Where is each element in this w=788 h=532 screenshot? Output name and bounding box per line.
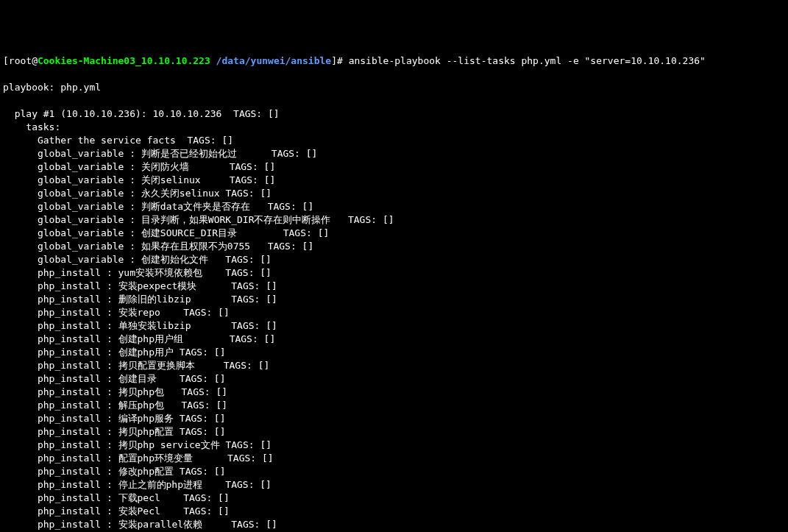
prompt-host: Cookies-Machine03_10.10.10.223 xyxy=(38,55,216,66)
tasks-header: tasks: xyxy=(3,121,60,132)
task-line: php_install : 拷贝php包 TAGS: [] xyxy=(3,386,227,397)
task-line: php_install : 创建目录 TAGS: [] xyxy=(3,373,225,384)
task-line: global_variable : 判断data文件夹是否存在 TAGS: [] xyxy=(3,201,313,212)
task-line: php_install : 创建php用户组 TAGS: [] xyxy=(3,333,275,344)
prompt-line: [root@Cookies-Machine03_10.10.10.223 /da… xyxy=(3,55,706,66)
task-line: php_install : 单独安装libzip TAGS: [] xyxy=(3,320,277,331)
task-line: php_install : 拷贝php service文件 TAGS: [] xyxy=(3,439,271,450)
prompt-bracket-close: ]# xyxy=(331,55,348,66)
prompt-user: root@ xyxy=(9,55,38,66)
task-line: global_variable : 目录判断，如果WORK_DIR不存在则中断操… xyxy=(3,214,394,225)
task-line: global_variable : 如果存在且权限不为0755 TAGS: [] xyxy=(3,241,313,252)
task-line: php_install : 修改php配置 TAGS: [] xyxy=(3,466,225,477)
task-line: php_install : 创建php用户 TAGS: [] xyxy=(3,347,225,358)
task-line: php_install : 安装repo TAGS: [] xyxy=(3,307,230,318)
tasks-list: Gather the service facts TAGS: [] global… xyxy=(3,134,785,532)
task-line: php_install : 编译php服务 TAGS: [] xyxy=(3,413,225,424)
blank-line xyxy=(3,68,785,81)
task-line: php_install : 下载pecl TAGS: [] xyxy=(3,492,230,503)
task-line: php_install : yum安装环境依赖包 TAGS: [] xyxy=(3,267,271,278)
play-header: play #1 (10.10.10.236): 10.10.10.236 TAG… xyxy=(3,108,280,119)
task-line: php_install : 解压php包 TAGS: [] xyxy=(3,400,227,411)
task-line: php_install : 配置php环境变量 TAGS: [] xyxy=(3,453,274,464)
task-line: global_variable : 永久关闭selinux TAGS: [] xyxy=(3,188,271,199)
task-line: php_install : 拷贝php配置 TAGS: [] xyxy=(3,426,225,437)
blank-line xyxy=(3,94,785,107)
playbook-header: playbook: php.yml xyxy=(3,82,101,93)
terminal-output[interactable]: [root@Cookies-Machine03_10.10.10.223 /da… xyxy=(0,53,788,532)
task-line: Gather the service facts TAGS: [] xyxy=(3,135,233,146)
task-line: global_variable : 创建初始化文件 TAGS: [] xyxy=(3,254,271,265)
task-line: php_install : 安装parallel依赖 TAGS: [] xyxy=(3,519,277,530)
task-line: php_install : 安装Pecl TAGS: [] xyxy=(3,506,230,517)
prompt-path: /data/yunwei/ansible xyxy=(216,55,332,66)
task-line: global_variable : 关闭防火墙 TAGS: [] xyxy=(3,161,275,172)
task-line: php_install : 安装pexpect模块 TAGS: [] xyxy=(3,280,277,291)
task-line: php_install : 拷贝配置更换脚本 TAGS: [] xyxy=(3,360,269,371)
task-line: global_variable : 创建SOURCE_DIR目录 TAGS: [… xyxy=(3,227,329,238)
task-line: global_variable : 关闭selinux TAGS: [] xyxy=(3,174,275,185)
task-line: global_variable : 判断是否已经初始化过 TAGS: [] xyxy=(3,148,317,159)
prompt-bracket-open: [ xyxy=(3,55,9,66)
command-text: ansible-playbook --list-tasks php.yml -e… xyxy=(349,55,706,66)
task-line: php_install : 删除旧的libzip TAGS: [] xyxy=(3,294,277,305)
task-line: php_install : 停止之前的php进程 TAGS: [] xyxy=(3,479,271,490)
